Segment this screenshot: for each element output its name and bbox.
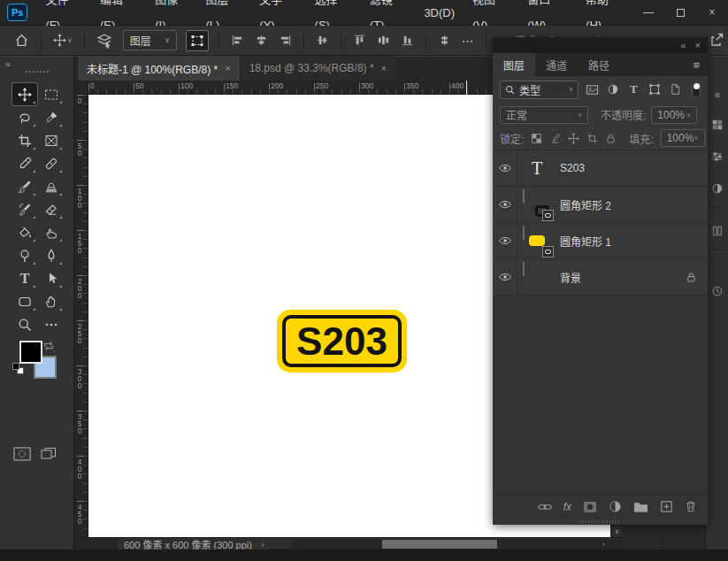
tab-layers[interactable]: 图层 [493,53,535,76]
crop-tool[interactable] [12,129,37,151]
visibility-toggle[interactable] [493,150,517,187]
menu-3d[interactable]: 3D(D) [415,0,464,26]
zoom-level-field[interactable] [74,538,117,550]
layer-name[interactable]: S203 [560,162,585,174]
tab-paths[interactable]: 路径 [578,53,620,76]
filter-type-layers-button[interactable]: T [626,82,641,96]
auto-select-toggle[interactable] [91,33,118,49]
quick-mask-button[interactable] [11,445,34,463]
move-tool[interactable] [12,83,37,105]
text-layer-thumbnail[interactable]: T [523,154,551,182]
pen-tool[interactable] [39,244,64,266]
layer-row-s203[interactable]: T S203 [493,150,708,187]
close-button[interactable]: × [696,0,728,25]
gradient-tool[interactable] [12,221,37,243]
blend-mode-dropdown[interactable]: 正常 ∨ [500,106,588,124]
properties-panel-icon[interactable] [706,145,728,168]
auto-select-target-dropdown[interactable]: 图层 ∨ [123,30,177,50]
layer-style-button[interactable]: fx [563,501,571,513]
spot-healing-brush-tool[interactable] [39,152,64,174]
visibility-toggle[interactable] [493,223,517,259]
layer-filtering-toggle[interactable] [692,81,701,98]
filter-adjustment-layers-button[interactable] [606,83,621,96]
toolbar-grip[interactable] [25,70,50,73]
tab-channels[interactable]: 通道 [535,53,578,76]
align-right-button[interactable] [273,34,297,47]
horizontal-scrollbar[interactable] [292,539,671,549]
vertical-ruler[interactable]: 050100150200250300350400450 [74,95,88,537]
close-tab-icon[interactable]: × [381,63,387,73]
document-tab-active[interactable]: 未标题-1 @ 100%(RGB/8) * × [78,56,240,81]
collapse-toolbar-button[interactable]: « [5,58,11,69]
panel-drag-bar[interactable]: « × [493,37,708,53]
document-tab-inactive[interactable]: 18.psd @ 33.3%(RGB/8) * × [240,56,395,81]
libraries-panel-icon[interactable] [706,219,728,242]
more-options-button[interactable]: ⋯ [456,34,479,48]
layer-row-rounded-rect-1[interactable]: 圆角矩形 1 [493,223,708,259]
move-tool-option[interactable]: ∨ [48,34,78,47]
foreground-color-swatch[interactable] [19,341,42,364]
quick-selection-tool[interactable] [39,106,64,128]
new-layer-button[interactable] [660,500,673,513]
close-tab-icon[interactable]: × [225,63,230,73]
frame-tool[interactable] [39,129,64,151]
close-panel-icon[interactable]: × [695,40,701,50]
maximize-button[interactable] [664,0,696,25]
align-vertical-centers-button[interactable] [310,34,334,47]
lasso-tool[interactable] [12,106,37,128]
zoom-tool[interactable] [12,313,37,335]
layer-row-rounded-rect-2[interactable]: 圆角矩形 2 [493,187,708,223]
align-bottom-edges-button[interactable] [395,34,419,47]
layer-filter-type-dropdown[interactable]: 类型 ∨ [500,81,579,99]
align-horizontal-centers-button[interactable] [249,34,273,47]
minimize-button[interactable]: — [632,0,664,25]
scroll-right-icon[interactable]: › [597,538,609,549]
home-button[interactable] [9,33,34,48]
lock-all-button[interactable] [605,133,617,144]
eraser-tool[interactable] [39,198,64,220]
align-top-edges-button[interactable] [348,34,372,47]
visibility-toggle[interactable] [493,259,517,296]
screen-mode-button[interactable] [37,445,60,463]
filter-smart-objects-button[interactable] [668,83,683,96]
adjustments-panel-icon[interactable] [706,177,728,200]
path-selection-tool[interactable] [39,267,64,289]
fill-input[interactable]: 100% ∨ [661,129,705,147]
background-layer-thumbnail[interactable] [523,262,525,276]
layer-name[interactable]: 圆角矩形 2 [560,197,611,212]
default-colors-icon[interactable] [12,363,24,374]
swap-colors-icon[interactable] [42,340,55,352]
layer-name[interactable]: 背景 [560,270,581,285]
shape-layer-thumbnail[interactable] [523,227,551,255]
rectangular-marquee-tool[interactable] [39,83,64,105]
lock-position-button[interactable] [568,133,579,144]
filter-pixel-layers-button[interactable] [585,83,600,96]
dodge-tool[interactable] [12,244,37,266]
shape-layer-thumbnail[interactable] [523,190,551,219]
share-image-button[interactable] [707,29,726,50]
align-left-button[interactable] [226,34,249,47]
distribute-vertical-button[interactable] [433,34,456,47]
smudge-tool[interactable] [39,221,64,243]
link-layers-button[interactable] [538,501,552,513]
lock-artboard-button[interactable] [586,133,598,144]
delete-layer-button[interactable] [685,500,697,513]
opacity-input[interactable]: 100% ∨ [651,106,697,124]
collapse-panel-icon[interactable]: « [680,40,686,50]
panel-menu-icon[interactable]: ≡ [685,53,708,76]
collapse-panels-button[interactable]: « [706,83,728,106]
type-tool[interactable]: T [12,267,37,289]
panel-resize-grip[interactable] [578,520,618,523]
history-panel-icon[interactable] [706,280,728,303]
edit-toolbar-button[interactable] [39,313,64,335]
new-group-button[interactable] [633,501,648,513]
shape-tool[interactable] [12,290,37,312]
ruler-origin-corner[interactable] [74,81,88,95]
visibility-toggle[interactable] [493,187,517,223]
show-transform-controls-toggle[interactable] [186,30,209,51]
new-adjustment-layer-button[interactable] [609,500,622,513]
lock-transparent-pixels-button[interactable] [531,133,542,144]
history-brush-tool[interactable] [12,198,37,220]
layer-name[interactable]: 圆角矩形 1 [560,234,611,249]
brush-tool[interactable] [12,175,37,197]
